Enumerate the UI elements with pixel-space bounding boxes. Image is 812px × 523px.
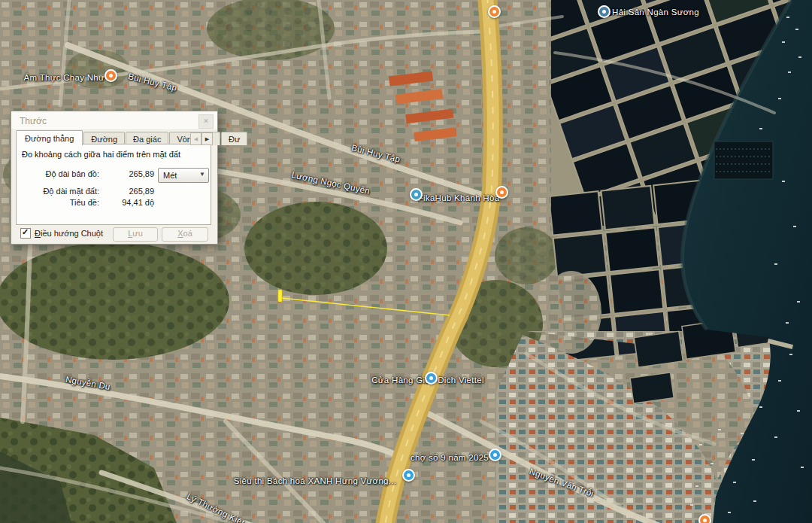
heading-label: Tiêu đề: xyxy=(23,198,99,207)
satellite-map[interactable] xyxy=(0,0,812,523)
dialog-title: Thước xyxy=(20,116,47,126)
mouse-navigation-checkbox[interactable] xyxy=(20,228,31,239)
unit-dropdown[interactable]: Mét ▼ xyxy=(158,168,209,183)
measure-start-marker xyxy=(278,290,282,302)
dialog-titlebar[interactable]: Thước ✕ xyxy=(11,111,217,130)
tab-scroll-left-icon[interactable]: ◀ xyxy=(190,132,201,145)
ruler-tab-page: Đo khoảng cách giữa hai điểm trên mặt đấ… xyxy=(16,144,211,225)
tab-more[interactable]: Đư xyxy=(221,132,247,145)
google-earth-window: Ẩm Thực Chay Như ÝBùi Huy TậpBùi Huy Tập… xyxy=(0,0,812,523)
mouse-navigation-label: Điều hướng Chuột xyxy=(35,229,103,238)
chevron-down-icon: ▼ xyxy=(199,171,205,178)
measure-description: Đo khoảng cách giữa hai điểm trên mặt đấ… xyxy=(22,150,180,159)
ruler-tabbar: Đường thẳngĐườngĐa giácVòng trònĐư ◀▶ xyxy=(16,130,213,144)
dialog-footer: Điều hướng Chuột Lưu Xoá xyxy=(11,223,217,244)
ground-length-value: 265,89 xyxy=(102,187,154,196)
tab-scroll-right-icon[interactable]: ▶ xyxy=(201,132,213,145)
heading-value: 94,41 độ xyxy=(102,198,154,207)
save-button[interactable]: Lưu xyxy=(113,227,158,242)
clear-button[interactable]: Xoá xyxy=(162,227,208,242)
ground-length-label: Độ dài mặt đất: xyxy=(23,187,99,196)
unit-value: Mét xyxy=(163,171,177,180)
town-ponds xyxy=(630,372,674,403)
close-icon[interactable]: ✕ xyxy=(198,114,214,129)
tab-line[interactable]: Đường thẳng xyxy=(16,130,83,145)
ruler-dialog: Thước ✕ Đường thẳngĐườngĐa giácVòng tròn… xyxy=(11,111,218,245)
map-length-label: Độ dài bản đồ: xyxy=(23,169,99,178)
mussel-farm xyxy=(714,141,773,179)
map-length-value: 265,89 xyxy=(102,169,154,178)
